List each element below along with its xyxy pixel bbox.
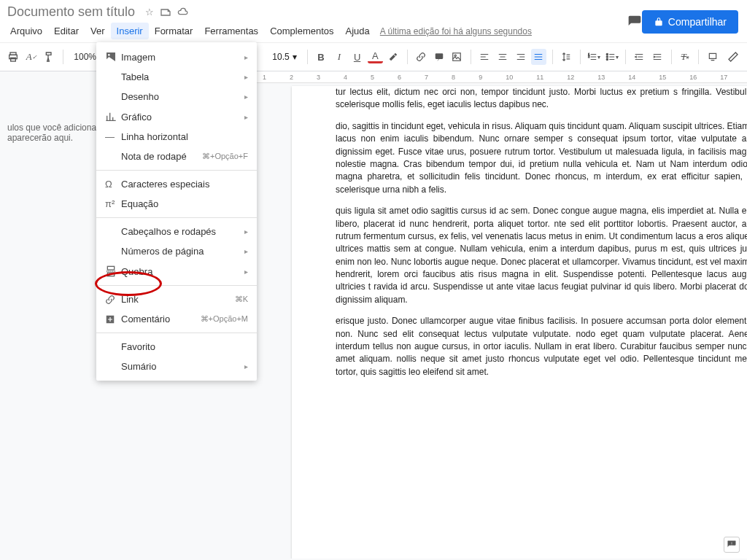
line-spacing-button[interactable] (559, 49, 574, 65)
highlight-button[interactable] (386, 49, 401, 65)
chart-icon (105, 111, 121, 122)
dd-desenho[interactable]: Desenho▸ (96, 87, 257, 106)
chevron-right-icon: ▸ (244, 53, 248, 61)
dd-numeros[interactable]: Números de página▸ (96, 241, 257, 261)
dd-cabecalhos[interactable]: Cabeçalhos e rodapés▸ (96, 222, 257, 241)
image-button[interactable] (449, 49, 465, 65)
separator (407, 50, 408, 64)
separator (96, 285, 257, 286)
clear-format-button[interactable]: Tx (678, 49, 693, 65)
indent-decrease-button[interactable] (632, 49, 647, 65)
input-tools-button[interactable] (705, 49, 720, 65)
image-icon (105, 51, 121, 63)
page-break-icon (105, 265, 121, 277)
paint-format-icon[interactable] (42, 49, 58, 65)
menu-arquivo[interactable]: Arquivo (4, 23, 48, 39)
align-justify-button[interactable] (531, 49, 546, 65)
chevron-right-icon: ▸ (244, 228, 248, 236)
menu-editar[interactable]: Editar (48, 23, 85, 39)
plus-box-icon (105, 314, 121, 324)
menu-formatar[interactable]: Formatar (149, 23, 199, 39)
svg-point-10 (606, 58, 608, 60)
chevron-right-icon: ▸ (244, 247, 248, 255)
dd-nota[interactable]: Nota de rodapé⌘+Opção+F (96, 147, 257, 166)
chevron-right-icon: ▸ (244, 113, 248, 121)
numbered-list-button[interactable]: 12▾ (587, 49, 602, 65)
share-label: Compartilhar (668, 16, 727, 28)
chevron-right-icon: ▸ (244, 93, 248, 101)
separator (96, 217, 257, 218)
comment-button[interactable] (431, 49, 446, 65)
chevron-right-icon: ▸ (244, 268, 248, 276)
align-left-button[interactable] (477, 49, 492, 65)
dd-sumario[interactable]: Sumário▸ (96, 357, 257, 376)
dd-link[interactable]: Link⌘K (96, 289, 257, 309)
feedback-button[interactable] (724, 537, 740, 553)
separator (698, 50, 699, 64)
bullet-list-button[interactable]: ▾ (604, 49, 619, 65)
separator (96, 170, 257, 171)
dd-linha[interactable]: —Linha horizontal (96, 127, 257, 147)
italic-button[interactable]: I (331, 49, 347, 65)
chevron-right-icon: ▸ (244, 73, 248, 81)
separator (671, 50, 672, 64)
link-icon (105, 295, 121, 305)
svg-point-8 (606, 53, 608, 55)
underline-button[interactable]: U (349, 49, 365, 65)
svg-rect-4 (453, 53, 461, 61)
align-center-button[interactable] (495, 49, 511, 65)
document-title[interactable]: Documento sem título (7, 4, 135, 20)
separator (96, 332, 257, 333)
svg-rect-14 (107, 273, 114, 276)
link-button[interactable] (413, 49, 428, 65)
menu-complementos[interactable]: Complementos (264, 23, 339, 39)
separator (625, 50, 626, 64)
line-icon: — (105, 131, 121, 142)
document-body[interactable]: tur lectus elit, dictum nec orci non, te… (336, 86, 747, 378)
text-color-button[interactable]: A (368, 50, 383, 63)
move-icon[interactable] (160, 7, 171, 18)
separator (471, 50, 471, 64)
dd-caracteres[interactable]: ΩCaracteres especiais (96, 174, 257, 194)
dd-grafico[interactable]: Gráfico▸ (96, 106, 257, 127)
cloud-icon[interactable] (177, 7, 189, 18)
dd-quebra[interactable]: Quebra▸ (96, 261, 257, 281)
menu-ferramentas[interactable]: Ferramentas (198, 23, 264, 39)
svg-rect-3 (435, 53, 443, 59)
menu-ver[interactable]: Ver (85, 23, 111, 39)
separator (580, 50, 581, 64)
menu-ajuda[interactable]: Ajuda (340, 23, 376, 39)
svg-text:2: 2 (588, 55, 589, 58)
pi-icon: π² (105, 198, 121, 209)
separator (63, 50, 63, 64)
last-edit-label[interactable]: A última edição foi há alguns segundos (380, 26, 532, 36)
dd-favorito[interactable]: Favorito (96, 337, 257, 357)
spellcheck-icon[interactable]: A✓ (24, 49, 39, 65)
align-right-button[interactable] (513, 49, 528, 65)
dd-equacao[interactable]: π²Equação (96, 194, 257, 214)
insert-dropdown: Imagem▸ Tabela▸ Desenho▸ Gráfico▸ —Linha… (96, 42, 257, 381)
print-icon[interactable] (6, 49, 21, 65)
chevron-down-icon: ▾ (293, 52, 297, 62)
dd-comentario[interactable]: Comentário⌘+Opção+M (96, 309, 257, 329)
star-icon[interactable]: ☆ (145, 7, 154, 18)
separator (307, 50, 308, 64)
edit-mode-button[interactable] (726, 49, 741, 65)
fontsize-dropdown[interactable]: 10.5▾ (268, 52, 301, 62)
indent-increase-button[interactable] (650, 49, 665, 65)
page[interactable]: tur lectus elit, dictum nec orci non, te… (292, 86, 747, 559)
svg-point-9 (606, 56, 608, 58)
share-button[interactable]: Compartilhar (642, 10, 738, 34)
dd-imagem[interactable]: Imagem▸ (96, 47, 257, 67)
svg-point-12 (108, 54, 110, 56)
chevron-right-icon: ▸ (244, 362, 248, 370)
menu-inserir[interactable]: Inserir (111, 23, 149, 39)
omega-icon: Ω (105, 179, 121, 190)
svg-point-5 (455, 55, 457, 56)
separator (552, 50, 553, 64)
bold-button[interactable]: B (314, 49, 329, 65)
svg-rect-13 (107, 266, 114, 270)
lock-icon (654, 17, 664, 27)
dd-tabela[interactable]: Tabela▸ (96, 67, 257, 87)
